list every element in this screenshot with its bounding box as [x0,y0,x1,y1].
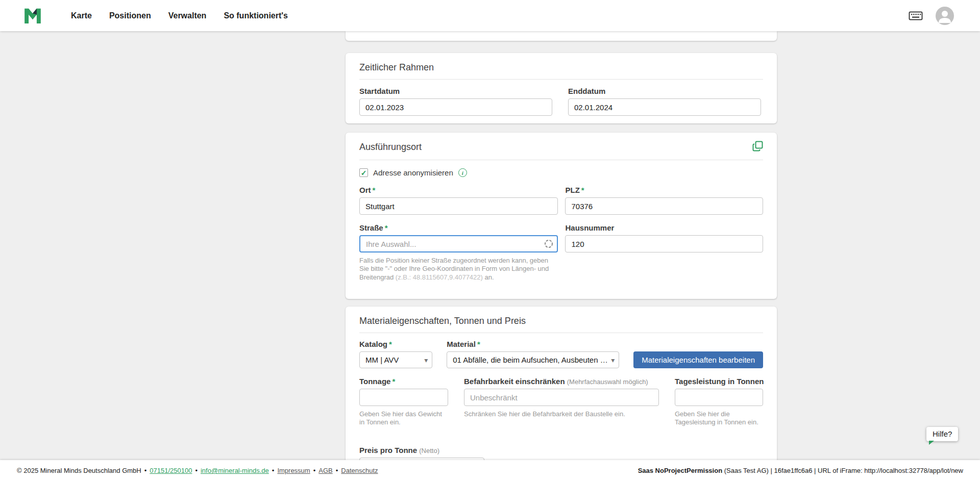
material-card: Materialeigenschaften, Tonnen und Preis … [346,307,777,481]
footer-phone-link[interactable]: 07151/250100 [150,467,192,474]
anonymize-checkbox[interactable]: ✓ [359,168,368,177]
separator: • [144,467,147,474]
hausnummer-input[interactable] [565,235,763,252]
material-select[interactable]: 01 Abfälle, die beim Aufsuchen, Ausbeute… [447,351,619,368]
nav-item-karte[interactable]: Karte [71,11,92,20]
person-icon [936,7,954,25]
tonnage-row: Tonnage* Geben Sie hier das Gewicht in T… [359,377,763,434]
info-icon[interactable]: i [458,168,467,177]
timeframe-card-title: Zeitlicher Rahmen [359,62,763,80]
previous-card-bottom [346,31,777,41]
help-button[interactable]: Hilfe? [926,427,958,441]
plz-field: PLZ* [565,186,763,215]
nav-item-so-funktionierts[interactable]: So funktioniert's [224,11,288,20]
footer-env-info: (Saas Test AG) | 16fae1ffc6a6 | URL of i… [722,467,963,474]
help-bubble-tail-icon [929,441,934,445]
footer-email-link[interactable]: info@mineral-minds.de [201,467,269,474]
location-card: Ausführungsort ✓ Adresse anonymisieren i… [346,133,777,299]
navbar-right [909,7,954,25]
footer: © 2025 Mineral Minds Deutschland GmbH • … [0,460,980,481]
strasse-label: Straße* [359,223,558,232]
strasse-input-wrap [359,235,558,252]
katalog-material-row: Katalog* MM | AVV ▾ Material* 01 Abfälle… [359,340,763,368]
anonymize-label: Adresse anonymisieren [373,168,453,177]
required-marker: * [581,186,584,194]
strasse-input[interactable] [359,235,558,252]
user-avatar[interactable] [936,7,954,25]
ort-input[interactable] [359,197,558,215]
brand-logo-icon[interactable] [23,6,42,26]
katalog-select[interactable]: MM | AVV ▾ [359,351,432,368]
footer-agb-link[interactable]: AGB [318,467,332,474]
mineral-minds-logo-icon [23,6,42,26]
tagesleistung-input[interactable] [675,389,763,406]
separator: • [195,467,198,474]
material-label: Material* [447,340,619,348]
footer-app-name: Saas NoProjectPermission [638,467,722,474]
tagesleistung-helper-text: Geben Sie hier die Tagesleistung in Tonn… [675,410,763,427]
startdatum-input[interactable] [359,98,552,116]
location-card-header: Ausführungsort [359,142,763,160]
required-marker: * [385,223,388,232]
strasse-helper-text: Falls die Position keiner Straße zugeord… [359,257,558,282]
enddatum-label: Enddatum [568,87,761,95]
nav-item-verwalten[interactable]: Verwalten [168,11,207,20]
tonnage-field: Tonnage* Geben Sie hier das Gewicht in T… [359,377,448,434]
chevron-down-icon: ▾ [611,356,615,364]
tonnage-label: Tonnage* [359,377,448,386]
separator: • [336,467,338,474]
required-marker: * [373,186,376,194]
timeframe-fields: Startdatum Enddatum [359,87,763,116]
tagesleistung-label: Tagesleistung in Tonnen [675,377,763,386]
copyright-text: © 2025 Mineral Minds Deutschland GmbH [17,467,141,474]
befahrbarkeit-input[interactable] [464,389,659,406]
ort-label: Ort* [359,186,558,194]
enddatum-field: Enddatum [568,87,761,116]
required-marker: * [389,340,392,348]
form-content: Zeitlicher Rahmen Startdatum Enddatum Au… [346,31,777,481]
plz-label: PLZ* [565,186,763,194]
startdatum-label: Startdatum [359,87,552,95]
enddatum-input[interactable] [568,98,761,116]
required-marker: * [477,340,480,348]
anonymize-row: ✓ Adresse anonymisieren i [359,168,763,177]
material-card-title: Materialeigenschaften, Tonnen und Preis [359,316,763,333]
ort-field: Ort* [359,186,558,215]
footer-left: © 2025 Mineral Minds Deutschland GmbH • … [17,467,378,474]
preis-label: Preis pro Tonne (Netto) [359,446,484,454]
befahrbarkeit-label: Befahrbarkeit einschränken (Mehrfachausw… [464,377,659,386]
footer-right: Saas NoProjectPermission (Saas Test AG) … [638,467,963,474]
duplicate-icon[interactable] [752,141,763,154]
plz-input[interactable] [565,197,763,215]
tagesleistung-field: Tagesleistung in Tonnen Geben Sie hier d… [675,377,763,434]
hausnummer-label: Hausnummer [565,223,763,232]
befahrbarkeit-helper-text: Schränken Sie hier die Befahrbarkeit der… [464,410,659,418]
katalog-label: Katalog* [359,340,432,348]
required-marker: * [392,377,395,386]
hausnummer-field: Hausnummer [565,223,763,288]
loading-spinner-icon [544,239,553,248]
startdatum-field: Startdatum [359,87,552,116]
footer-impressum-link[interactable]: Impressum [277,467,310,474]
help-button-label: Hilfe? [933,429,952,438]
strasse-field: Straße* Falls die Position keiner Straße… [359,223,558,288]
chevron-down-icon: ▾ [424,356,428,364]
material-field: Material* 01 Abfälle, die beim Aufsuchen… [447,340,619,368]
top-navbar: Karte Positionen Verwalten So funktionie… [0,0,980,31]
tonnage-helper-text: Geben Sie hier das Gewicht in Tonnen ein… [359,410,448,427]
separator: • [272,467,275,474]
nav-item-positionen[interactable]: Positionen [109,11,151,20]
katalog-field: Katalog* MM | AVV ▾ [359,340,432,368]
location-card-title: Ausführungsort [359,142,422,153]
separator: • [313,467,316,474]
befahrbarkeit-field: Befahrbarkeit einschränken (Mehrfachausw… [464,377,659,425]
strasse-hausnummer-row: Straße* Falls die Position keiner Straße… [359,223,763,288]
ort-plz-row: Ort* PLZ* [359,186,763,215]
footer-datenschutz-link[interactable]: Datenschutz [341,467,378,474]
check-icon: ✓ [361,169,367,176]
timeframe-card: Zeitlicher Rahmen Startdatum Enddatum [346,53,777,123]
tonnage-input[interactable] [359,389,448,406]
main-navigation: Karte Positionen Verwalten So funktionie… [71,11,288,20]
keyboard-icon[interactable] [909,10,923,21]
edit-material-properties-button[interactable]: Materialeigenschaften bearbeiten [633,351,763,368]
